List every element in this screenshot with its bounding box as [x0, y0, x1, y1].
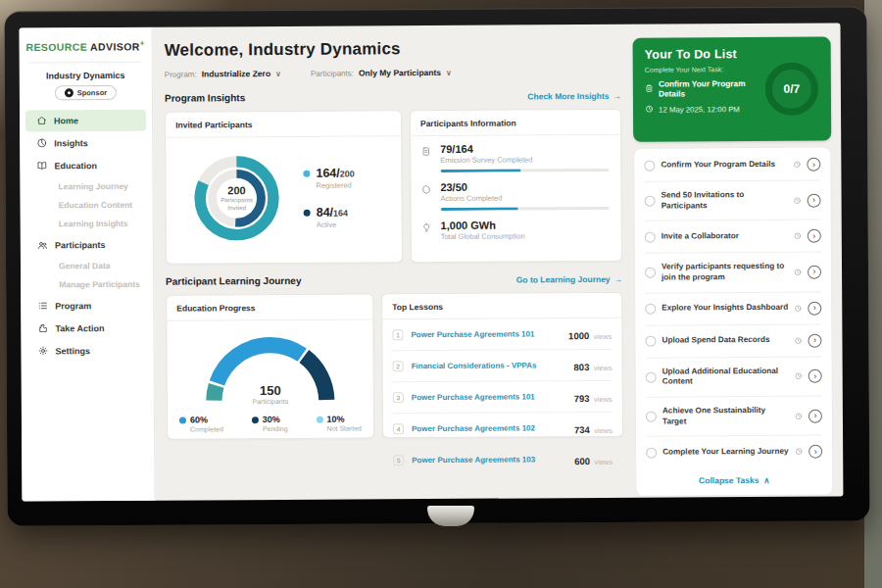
task-row[interactable]: Confirm Your Program Details › [644, 149, 820, 182]
clock-icon[interactable] [794, 196, 802, 204]
legend-percent: 30% [263, 415, 288, 424]
chevron-right-button[interactable]: › [808, 369, 822, 383]
task-checkbox[interactable] [644, 160, 655, 171]
clock-icon[interactable] [794, 232, 802, 240]
sidebar-item-take-action[interactable]: Take Action [21, 317, 153, 339]
todo-due-date: 12 May 2025, 12:00 PM [659, 105, 740, 115]
task-checkbox[interactable] [645, 268, 656, 278]
task-label: Send 50 Invitations to Participants [662, 190, 788, 212]
top-lessons-card: Top Lessons 1 Power Purchase Agreements … [381, 292, 623, 438]
legend-item-active: 84/164 Active [304, 206, 356, 229]
task-checkbox[interactable] [645, 231, 656, 242]
task-row[interactable]: Send 50 Invitations to Participants › [644, 181, 820, 221]
sidebar-item-learning-insights[interactable]: Learning Insights [21, 214, 153, 233]
chevron-right-button[interactable]: › [808, 301, 821, 315]
task-checkbox[interactable] [645, 336, 656, 347]
sidebar-item-program[interactable]: Program [21, 294, 153, 317]
filters-bar: Program: Industrialize Zero ∨ Participan… [165, 67, 621, 79]
chevron-right-button[interactable]: › [807, 158, 820, 172]
lesson-link[interactable]: Power Purchase Agreements 101 [412, 392, 566, 402]
sidebar-item-settings[interactable]: Settings [21, 339, 153, 362]
sidebar-item-general-data[interactable]: General Data [21, 256, 153, 275]
participants-dropdown[interactable]: Participants: Only My Participants ∨ [311, 68, 452, 78]
task-checkbox[interactable] [645, 196, 656, 207]
sidebar-item-label: Manage Participants [59, 279, 140, 290]
chevron-right-button[interactable]: › [808, 229, 821, 243]
people-icon [36, 239, 48, 251]
legend-percent: 60% [190, 415, 223, 424]
chevron-right-button[interactable]: › [808, 409, 822, 422]
donut-center-label: Invited [220, 204, 253, 212]
task-row[interactable]: Verify participants requesting to join t… [645, 253, 821, 293]
sidebar-item-label: Education [54, 161, 97, 171]
clock-icon[interactable] [795, 412, 803, 419]
chevron-right-button[interactable]: › [808, 193, 821, 207]
lesson-link[interactable]: Financial Considerations - VPPAs [412, 361, 566, 370]
brand-primary: RESOURCE [25, 41, 87, 53]
lesson-link[interactable]: Power Purchase Agreements 102 [412, 423, 566, 433]
task-checkbox[interactable] [646, 447, 657, 458]
chevron-up-icon: ∧ [763, 475, 769, 485]
collapse-tasks-link[interactable]: Collapse Tasks ∧ [646, 467, 822, 495]
sidebar-item-label: Take Action [55, 323, 104, 333]
chevron-right-icon: › [814, 446, 817, 456]
task-label: Upload Spend Data Records [662, 335, 788, 346]
clock-icon[interactable] [795, 448, 803, 456]
clock-icon[interactable] [794, 304, 802, 312]
views-suffix: views [594, 394, 612, 403]
pie-chart-icon [35, 137, 47, 149]
info-label: Actions Completed [440, 193, 609, 203]
program-dropdown[interactable]: Program: Industrialize Zero ∨ [165, 69, 281, 79]
sidebar-item-education-content[interactable]: Education Content [21, 195, 153, 215]
chevron-right-button[interactable]: › [808, 445, 822, 459]
chevron-right-icon: › [812, 230, 815, 240]
task-row[interactable]: Upload Additional Educational Content › [646, 357, 822, 397]
info-label: Emission Survey Completed [440, 155, 609, 165]
todo-title: Your To Do List [645, 47, 819, 62]
task-row[interactable]: Achieve One Sustainability Target › [646, 397, 822, 437]
sidebar-item-learning-journey[interactable]: Learning Journey [20, 176, 152, 196]
task-label: Confirm Your Program Details [661, 159, 787, 170]
sidebar-item-education[interactable]: Education [20, 154, 152, 176]
views-suffix: views [594, 363, 612, 371]
go-to-learning-journey-link[interactable]: Go to Learning Journey → [516, 273, 622, 284]
task-checkbox[interactable] [645, 304, 656, 315]
section-title-learning-journey: Participant Learning Journey [166, 275, 301, 287]
task-row[interactable]: Complete Your Learning Journey › [646, 436, 822, 468]
lesson-link[interactable]: Power Purchase Agreements 103 [412, 455, 566, 465]
clock-icon[interactable] [794, 336, 802, 344]
chevron-right-button[interactable]: › [808, 333, 821, 347]
task-checkbox[interactable] [646, 371, 657, 382]
task-row[interactable]: Explore Your Insights Dashboard › [645, 292, 821, 325]
task-checkbox[interactable] [646, 412, 657, 422]
views-suffix: views [594, 457, 612, 466]
clock-icon[interactable] [793, 161, 801, 169]
legend-dot [304, 210, 311, 217]
lesson-rank: 5 [393, 455, 404, 466]
tasks-list: Confirm Your Program Details › Send 50 I… [633, 147, 833, 497]
legend-dot [179, 417, 186, 424]
sponsor-badge[interactable]: Sponsor [55, 84, 118, 99]
sidebar-item-label: General Data [59, 261, 111, 270]
clock-icon[interactable] [794, 269, 802, 276]
chevron-right-button[interactable]: › [808, 266, 821, 279]
task-row[interactable]: Invite a Collaborator › [645, 220, 821, 254]
lesson-row: 1 Power Purchase Agreements 101 1000 vie… [392, 318, 612, 351]
legend-dot [252, 416, 259, 423]
lesson-views: 600 [574, 456, 590, 466]
check-more-insights-link[interactable]: Check More Insights → [527, 90, 621, 101]
lesson-link[interactable]: Power Purchase Agreements 101 [411, 329, 561, 339]
todo-panel: Your To Do List Complete Your Next Task:… [633, 37, 832, 142]
task-row[interactable]: Upload Spend Data Records › [645, 324, 821, 358]
list-icon [36, 300, 48, 312]
sidebar-item-label: Settings [55, 346, 90, 356]
participants-value: Only My Participants [359, 68, 441, 78]
legend-item-pending: 30% Pending [252, 415, 288, 432]
clock-icon[interactable] [795, 372, 803, 380]
sidebar-item-home[interactable]: Home [25, 109, 146, 131]
sidebar-item-label: Program [55, 301, 91, 311]
actions-icon [420, 181, 432, 211]
sidebar-item-participants[interactable]: Participants [21, 233, 153, 256]
sidebar-item-insights[interactable]: Insights [20, 131, 152, 154]
sidebar-item-manage-participants[interactable]: Manage Participants [21, 274, 153, 294]
